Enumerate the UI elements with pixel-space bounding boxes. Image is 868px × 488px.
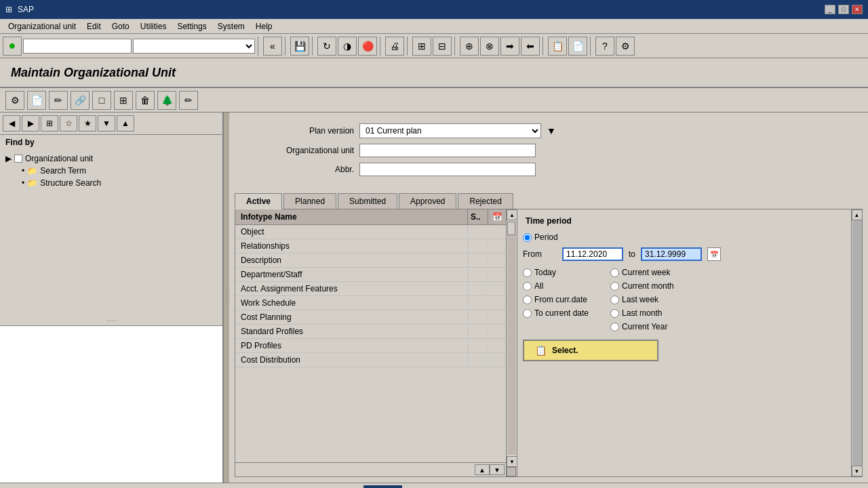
plan-version-select[interactable]: 01 Current plan [359,123,541,138]
green-circle-btn[interactable]: ● [3,37,22,56]
table-row[interactable]: Description [235,253,506,268]
vscroll-up-btn[interactable]: ▲ [507,209,517,220]
radio-to-current[interactable]: To current date [523,308,589,318]
print-btn[interactable]: 🖨 [385,37,404,56]
tab-approved[interactable]: Approved [399,193,456,209]
last-week-radio[interactable] [610,296,619,304]
radio-last-month[interactable]: Last month [610,308,674,318]
resize-handle[interactable]: ····· [224,113,229,483]
command-input[interactable] [23,39,132,54]
tab-planned[interactable]: Planned [283,193,336,209]
action-copy-btn[interactable]: □ [92,91,111,110]
close-button[interactable]: ✕ [852,5,863,14]
nav-star-btn[interactable]: ☆ [60,115,77,131]
nav-forward-btn[interactable]: ▶ [22,115,39,131]
nav-star2-btn[interactable]: ★ [79,115,96,131]
btn3[interactable]: 🔴 [358,37,377,56]
action-edit-btn[interactable]: ✏ [49,91,68,110]
tree-structure-search-item[interactable]: • 📁 Structure Search [22,177,217,189]
table-row[interactable]: Object [235,225,506,239]
to-current-radio[interactable] [523,309,532,318]
today-radio[interactable] [523,268,532,277]
find2-btn[interactable]: ⊟ [433,37,452,56]
tab-rejected[interactable]: Rejected [458,193,513,209]
minimize-button[interactable]: _ [825,5,835,14]
help-btn[interactable]: ? [595,37,614,56]
from-curr-radio[interactable] [523,296,532,304]
radio-from-curr[interactable]: From curr.date [523,295,589,304]
vscroll-down-btn[interactable]: ▼ [507,456,517,467]
nav-back-btn[interactable]: ◀ [3,115,20,131]
current-year-radio[interactable] [610,323,619,331]
save-btn[interactable]: 💾 [290,37,309,56]
menu-organizational-unit[interactable]: Organizational unit [3,20,81,33]
action-new-btn[interactable]: 📄 [27,91,46,110]
table-row[interactable]: Relationships [235,239,506,253]
calendar-icon[interactable]: 📅 [707,247,721,261]
action-delimit-btn[interactable]: ⊞ [114,91,133,110]
table-row[interactable]: Work Schedule [235,296,506,310]
from-date-input[interactable] [562,247,623,261]
toolbar-dropdown[interactable] [133,39,255,54]
radio-last-week[interactable]: Last week [610,295,674,304]
btn2[interactable]: ◑ [338,37,357,56]
tree-root-item[interactable]: ▶ Organizational unit [5,152,217,165]
clip2-btn[interactable]: 📄 [568,37,587,56]
radio-current-year[interactable]: Current Year [610,322,674,331]
settings-btn[interactable]: ⚙ [616,37,635,56]
action-flag-btn[interactable]: ✏ [179,91,198,110]
find-btn[interactable]: ⊞ [412,37,431,56]
last-month-radio[interactable] [610,309,619,318]
upload2-btn[interactable]: ⊗ [480,37,499,56]
upload4-btn[interactable]: ⬅ [521,37,540,56]
tab-submitted[interactable]: Submitted [338,193,397,209]
vscroll-thumb[interactable] [507,222,515,235]
current-month-radio[interactable] [610,282,619,291]
radio-all[interactable]: All [523,281,589,291]
radio-today[interactable]: Today [523,268,589,277]
menu-goto[interactable]: Goto [106,20,135,33]
right-scroll-down[interactable]: ▼ [852,466,863,476]
tree-search-term-item[interactable]: • 📁 Search Term [22,165,217,177]
menu-edit[interactable]: Edit [81,20,106,33]
back-nav-btn[interactable]: « [263,37,282,56]
plan-version-dropdown-icon[interactable]: ▼ [547,125,556,136]
menu-help[interactable]: Help [250,20,278,33]
menu-utilities[interactable]: Utilities [135,20,172,33]
abbr-input[interactable] [359,163,536,176]
to-date-input[interactable] [641,247,702,261]
action-settings-btn[interactable]: ⚙ [5,91,24,110]
table-row[interactable]: PD Profiles [235,339,506,353]
period-radio-btn[interactable] [523,233,532,242]
tab-active[interactable]: Active [235,193,282,209]
scroll-down-btn[interactable]: ▼ [490,464,505,475]
select-button[interactable]: 📋 Select. [523,340,658,361]
org-unit-input[interactable] [359,144,536,157]
right-scroll-up[interactable]: ▲ [852,209,863,220]
nav-up-btn[interactable]: ▲ [117,115,134,131]
upload3-btn[interactable]: ➡ [500,37,519,56]
tree-root-checkbox[interactable] [14,155,22,163]
table-row[interactable]: Cost Distribution [235,353,506,367]
refresh-btn[interactable]: ↻ [317,37,336,56]
clip-btn[interactable]: 📋 [548,37,567,56]
table-row[interactable]: Acct. Assignment Features [235,282,506,296]
table-row[interactable]: Department/Staff [235,268,506,282]
menu-system[interactable]: System [212,20,250,33]
action-relations-btn[interactable]: 🔗 [71,91,90,110]
maximize-button[interactable]: □ [838,5,849,14]
upload-btn[interactable]: ⊕ [460,37,479,56]
radio-current-month[interactable]: Current month [610,281,674,291]
radio-current-week[interactable]: Current week [610,268,674,277]
current-week-radio[interactable] [610,268,619,277]
nav-expand-btn[interactable]: ⊞ [41,115,58,131]
menu-settings[interactable]: Settings [172,20,212,33]
action-expand-btn[interactable]: 🌲 [157,91,176,110]
nav-filter-btn[interactable]: ▼ [98,115,115,131]
abbr-row: Abbr. [245,163,852,176]
all-radio[interactable] [523,282,532,291]
table-row[interactable]: Standard Profiles [235,325,506,339]
table-row[interactable]: Cost Planning [235,310,506,325]
scroll-up-btn[interactable]: ▲ [475,464,490,475]
action-delete-btn[interactable]: 🗑 [136,91,155,110]
